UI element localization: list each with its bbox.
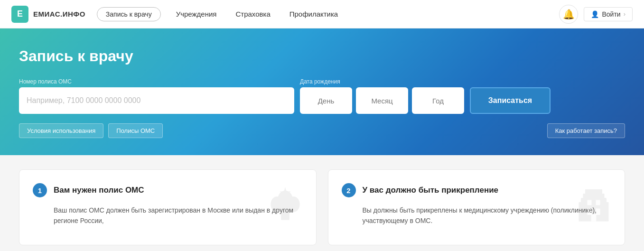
svg-rect-6 <box>583 194 605 200</box>
submit-button[interactable]: Записаться <box>470 87 551 114</box>
chevron-right-icon: › <box>624 10 625 18</box>
hero-section: Запись к врачу Номер полиса ОМС Дата рож… <box>0 28 644 155</box>
year-input[interactable] <box>412 87 464 114</box>
policy-input[interactable] <box>19 87 294 114</box>
policy-label: Номер полиса ОМС <box>19 78 294 85</box>
emblem-1 <box>264 185 307 230</box>
nav-prophylaxis-link[interactable]: Профилактика <box>286 10 342 18</box>
policies-button[interactable]: Полисы ОМС <box>108 123 163 138</box>
svg-rect-11 <box>596 200 600 205</box>
svg-rect-10 <box>588 200 592 205</box>
logo[interactable]: Е ЕМИАС.ИНФО <box>11 6 85 23</box>
svg-rect-14 <box>605 202 608 222</box>
info-cards-section: 1 Вам нужен полис ОМС Ваш полис ОМС долж… <box>0 155 644 251</box>
header-right: 🔔 👤 Войти › <box>559 5 633 24</box>
page-title: Запись к врачу <box>19 47 625 65</box>
login-button[interactable]: 👤 Войти › <box>584 7 633 21</box>
card-1: 1 Вам нужен полис ОМС Ваш полис ОМС долж… <box>19 169 317 245</box>
hero-footer: Условия использования Полисы ОМС Как раб… <box>19 123 625 138</box>
svg-rect-12 <box>591 214 597 221</box>
card-2: 2 У вас должно быть прикрепление Вы долж… <box>328 169 625 245</box>
card-1-number: 1 <box>33 183 47 197</box>
card-2-header: 2 У вас должно быть прикрепление <box>342 183 612 197</box>
emblem-2 <box>572 185 615 230</box>
svg-rect-3 <box>281 207 289 220</box>
card-2-title: У вас должно быть прикрепление <box>363 186 499 195</box>
card-1-title: Вам нужен полис ОМС <box>54 186 144 195</box>
hero-links: Условия использования Полисы ОМС <box>19 123 163 138</box>
card-2-number: 2 <box>342 183 356 197</box>
day-input[interactable] <box>300 87 352 114</box>
svg-rect-9 <box>596 209 600 215</box>
month-input[interactable] <box>356 87 408 114</box>
svg-point-1 <box>271 196 282 212</box>
nav-institutions-link[interactable]: Учреждения <box>172 10 221 18</box>
svg-rect-8 <box>588 209 592 215</box>
svg-rect-13 <box>579 202 582 222</box>
dob-label: Дата рождения <box>300 78 464 85</box>
card-1-header: 1 Вам нужен полис ОМС <box>33 183 303 197</box>
dob-field-group: Дата рождения <box>300 78 464 114</box>
how-it-works-button[interactable]: Как работает запись? <box>547 123 625 138</box>
notification-bell-button[interactable]: 🔔 <box>559 5 578 24</box>
card-2-text: Вы должны быть прикреплены к медицинском… <box>342 205 612 226</box>
svg-rect-7 <box>585 189 602 195</box>
policy-field-group: Номер полиса ОМС <box>19 78 294 114</box>
header: Е ЕМИАС.ИНФО Запись к врачу Учреждения С… <box>0 0 644 28</box>
logo-icon: Е <box>11 6 28 23</box>
bell-icon: 🔔 <box>563 9 575 20</box>
nav-appointment-button[interactable]: Запись к врачу <box>97 7 161 21</box>
card-1-text: Ваш полис ОМС должен быть зарегистрирова… <box>33 205 303 226</box>
user-icon: 👤 <box>591 10 599 18</box>
logo-text: ЕМИАС.ИНФО <box>33 10 85 18</box>
nav-insurance-link[interactable]: Страховка <box>232 10 274 18</box>
svg-point-2 <box>288 196 299 212</box>
appointment-form: Номер полиса ОМС Дата рождения Записатьс… <box>19 78 625 114</box>
login-label: Войти <box>602 10 620 18</box>
terms-button[interactable]: Условия использования <box>19 123 103 138</box>
